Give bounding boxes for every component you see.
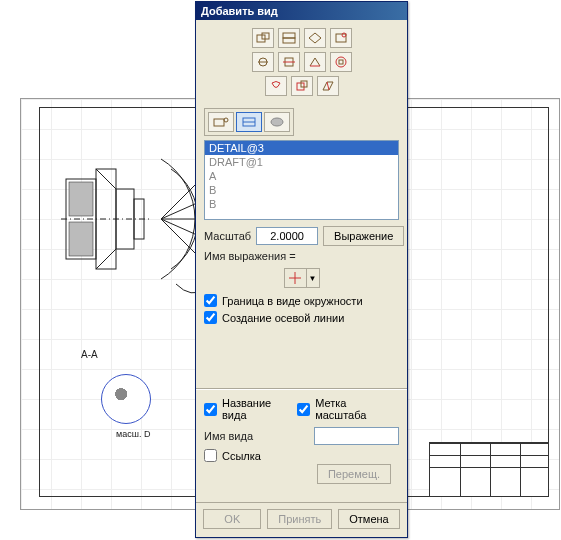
link-checkbox[interactable] [204,449,217,462]
view-type-btn-4[interactable] [330,28,352,48]
list-item[interactable]: DRAFT@1 [205,155,398,169]
link-label: Ссылка [222,450,261,462]
view-type-btn-10[interactable] [291,76,313,96]
view-type-btn-5[interactable] [252,52,274,72]
anchor-point-dropdown[interactable]: ▼ [284,268,320,288]
list-item[interactable]: A [205,169,398,183]
view-name-checkbox[interactable] [204,403,217,416]
move-button[interactable]: Перемещ. [317,464,391,484]
svg-point-23 [336,57,346,67]
scale-label-check-label: Метка масштаба [315,397,399,421]
circle-boundary-checkbox[interactable] [204,294,217,307]
svg-rect-11 [69,222,93,256]
mode-tab-2[interactable] [236,112,262,132]
scale-input[interactable] [256,227,318,245]
circle-boundary-label: Граница в виде окружности [222,295,363,307]
mode-tab-row [204,108,294,136]
svg-rect-14 [283,33,295,38]
svg-line-27 [327,82,329,90]
cancel-button[interactable]: Отмена [338,509,399,529]
centerline-checkbox[interactable] [204,311,217,324]
mode-tab-3[interactable] [264,112,290,132]
apply-button[interactable]: Принять [267,509,332,529]
detail-view-label: масш. D [116,429,150,439]
svg-rect-15 [283,38,295,43]
view-type-btn-1[interactable] [252,28,274,48]
scale-label: Масштаб [204,230,251,242]
svg-point-32 [271,118,283,126]
view-type-btn-9[interactable] [265,76,287,96]
mode-tab-1[interactable] [208,112,234,132]
dialog-title: Добавить вид [196,2,407,20]
list-item[interactable]: DETAIL@3 [205,141,398,155]
view-type-btn-3[interactable] [304,28,326,48]
add-view-dialog: Добавить вид DETAIL@3 DRAFT@1 [195,1,408,538]
dialog-button-row: OK Принять Отмена [196,502,407,537]
view-type-btn-2[interactable] [278,28,300,48]
view-type-btn-8[interactable] [330,52,352,72]
svg-point-29 [224,118,228,122]
detail-view-circle [101,374,151,424]
title-block [429,442,549,497]
section-label: A-A [81,349,98,360]
separator [196,388,407,389]
centerline-label: Создание осевой линии [222,312,344,324]
parent-view-listbox[interactable]: DETAIL@3 DRAFT@1 A B B [204,140,399,220]
list-item[interactable]: B [205,197,398,211]
list-item[interactable]: B [205,183,398,197]
view-name-check-label: Название вида [222,397,297,421]
svg-rect-28 [214,119,224,126]
expression-name-label: Имя выражения = [204,250,399,262]
chevron-down-icon: ▼ [307,269,319,287]
anchor-point-icon [285,269,307,287]
scale-label-checkbox[interactable] [297,403,310,416]
view-type-toolbar [196,20,407,102]
ok-button[interactable]: OK [203,509,261,529]
svg-rect-10 [69,182,93,216]
view-type-btn-7[interactable] [304,52,326,72]
svg-rect-24 [339,60,343,64]
view-type-btn-11[interactable] [317,76,339,96]
view-type-btn-6[interactable] [278,52,300,72]
view-name-label: Имя вида [204,430,253,442]
expression-button[interactable]: Выражение [323,226,404,246]
svg-rect-16 [336,34,346,42]
view-name-input[interactable] [314,427,399,445]
